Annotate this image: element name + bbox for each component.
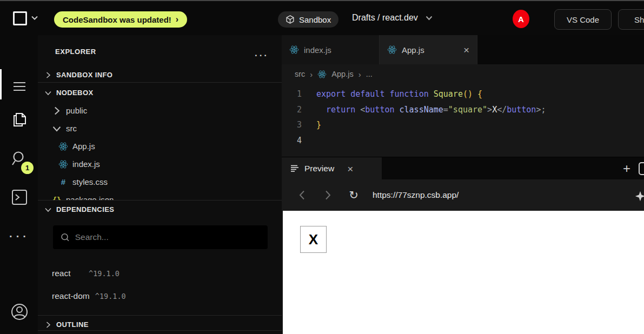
react-file-icon xyxy=(58,142,68,151)
line-number: 2 xyxy=(282,105,316,115)
editor-tab-strip: index.jsApp.js× xyxy=(282,35,644,64)
file-tree-item[interactable]: public xyxy=(38,102,282,119)
update-banner-label: CodeSandbox was updated! xyxy=(63,15,171,24)
update-banner-button[interactable]: CodeSandbox was updated! › xyxy=(54,11,187,28)
share-button[interactable]: Share xyxy=(618,9,644,30)
sandbox-badge-label: Sandbox xyxy=(299,15,331,24)
line-number: 3 xyxy=(282,120,316,130)
code-text: return <button className="square">X</but… xyxy=(316,105,546,115)
editor-tab-App.js[interactable]: App.js× xyxy=(380,35,477,64)
logo-chevron-down-icon[interactable] xyxy=(31,16,38,20)
account-icon[interactable] xyxy=(10,302,29,322)
breadcrumb-tail[interactable]: ... xyxy=(366,70,373,78)
cube-icon xyxy=(286,15,295,24)
chevron-down-icon xyxy=(52,124,62,133)
code-line[interactable]: 2 return <button className="square">X</b… xyxy=(282,102,644,118)
more-views-icon[interactable]: ··· xyxy=(10,226,29,246)
close-tab-icon[interactable]: × xyxy=(463,45,469,55)
code-editor[interactable]: 1export default function Square() {2 ret… xyxy=(282,84,644,157)
explorer-more-icon[interactable]: ··· xyxy=(255,50,269,61)
dependency-search-input[interactable] xyxy=(75,232,260,242)
file-tree-item[interactable]: App.js xyxy=(38,137,282,155)
chevron-right-icon xyxy=(44,71,52,79)
back-icon[interactable] xyxy=(293,186,311,204)
dependency-row[interactable]: react-dom^19.1.0 xyxy=(52,285,268,308)
file-name: public xyxy=(66,106,87,115)
divider xyxy=(38,330,282,331)
breadcrumb-file[interactable]: App.js xyxy=(331,70,353,78)
tab-label: App.js xyxy=(402,45,424,55)
close-preview-icon[interactable]: × xyxy=(347,164,353,174)
avatar[interactable]: A xyxy=(513,10,529,28)
active-view-indicator xyxy=(0,69,2,99)
code-line[interactable]: 3} xyxy=(282,117,644,133)
dependency-row[interactable]: react^19.1.0 xyxy=(52,262,268,285)
preview-tab[interactable]: Preview × xyxy=(282,157,382,180)
dependency-version: ^19.1.0 xyxy=(89,269,119,278)
json-file-icon: {} xyxy=(52,195,62,201)
file-tree-item[interactable]: #styles.css xyxy=(38,173,282,191)
preview-tab-bar: Preview × + xyxy=(282,157,644,179)
file-name: App.js xyxy=(72,142,95,151)
search-icon xyxy=(61,232,70,242)
breadcrumb-folder[interactable]: src xyxy=(295,70,305,78)
react-file-icon xyxy=(317,70,327,79)
editor-tab-index.js[interactable]: index.js xyxy=(282,35,380,64)
code-line[interactable]: 1export default function Square() { xyxy=(282,86,644,102)
section-nodebox[interactable]: NODEBOX xyxy=(38,84,282,102)
tab-label: index.js xyxy=(304,45,331,55)
react-file-icon xyxy=(387,45,397,55)
line-number: 1 xyxy=(282,89,316,99)
project-breadcrumb[interactable]: Drafts / react.dev xyxy=(352,13,433,23)
square-game-button[interactable]: X xyxy=(300,226,327,253)
section-outline[interactable]: OUTLINE xyxy=(38,316,282,333)
file-name: index.js xyxy=(72,159,100,169)
sparkle-icon[interactable] xyxy=(634,190,644,202)
forward-icon[interactable] xyxy=(318,186,337,204)
chevron-down-icon xyxy=(44,89,52,97)
dependency-search xyxy=(53,225,268,249)
dependencies-label: DEPENDENCIES xyxy=(56,205,114,213)
react-file-icon xyxy=(289,45,299,55)
activity-bar: 1 ··· ⚙ xyxy=(0,35,38,334)
file-name: src xyxy=(66,124,77,133)
section-dependencies[interactable]: DEPENDENCIES xyxy=(38,201,282,218)
vscode-button[interactable]: VS Code xyxy=(554,9,612,30)
section-sandbox-info[interactable]: SANDBOX INFO xyxy=(38,66,282,84)
chevron-right-icon xyxy=(52,106,62,116)
avatar-letter: A xyxy=(518,15,524,24)
add-tab-icon[interactable]: + xyxy=(617,157,636,180)
terminal-badge: 1 xyxy=(21,162,34,174)
explorer-header: EXPLORER ··· xyxy=(38,43,282,60)
open-window-icon[interactable] xyxy=(639,162,644,175)
share-button-label: Share xyxy=(634,15,644,24)
menu-hamburger-icon[interactable] xyxy=(10,77,29,96)
terminal-badge-count: 1 xyxy=(25,164,29,172)
line-number: 4 xyxy=(282,136,316,145)
file-tree: publicsrcApp.jsindex.js#styles.css{}pack… xyxy=(38,102,282,200)
sandbox-badge[interactable]: Sandbox xyxy=(278,11,338,28)
explorer-files-icon[interactable] xyxy=(10,109,29,128)
dependency-version: ^19.1.0 xyxy=(95,292,126,300)
code-text: } xyxy=(316,120,321,130)
terminal-icon[interactable] xyxy=(10,188,29,207)
file-tree-item[interactable]: src xyxy=(38,119,282,137)
react-file-icon xyxy=(58,159,68,169)
project-breadcrumb-label: Drafts / react.dev xyxy=(352,13,418,23)
chevron-right-icon: › xyxy=(358,70,361,79)
explorer-title: EXPLORER xyxy=(55,48,96,56)
file-tree-item[interactable]: {}package.json xyxy=(38,191,282,200)
refresh-icon[interactable]: ↻ xyxy=(344,186,363,204)
editor-breadcrumb[interactable]: src › App.js › ... xyxy=(282,64,644,84)
top-bar: CodeSandbox was updated! › Sandbox Draft… xyxy=(0,0,644,35)
preview-url[interactable]: https://77sznp.csb.app/ xyxy=(373,190,459,200)
sandbox-info-label: SANDBOX INFO xyxy=(56,71,112,79)
codesandbox-logo-icon[interactable] xyxy=(13,11,27,25)
explorer-panel: EXPLORER ··· SANDBOX INFO NODEBOX public… xyxy=(38,35,282,334)
preview-tab-label: Preview xyxy=(304,164,334,173)
code-line[interactable]: 4 xyxy=(282,133,644,149)
outline-label: OUTLINE xyxy=(56,320,89,329)
dependency-name: react-dom xyxy=(52,291,90,301)
breadcrumb-chevron-down-icon xyxy=(426,16,433,21)
file-tree-item[interactable]: index.js xyxy=(38,155,282,173)
